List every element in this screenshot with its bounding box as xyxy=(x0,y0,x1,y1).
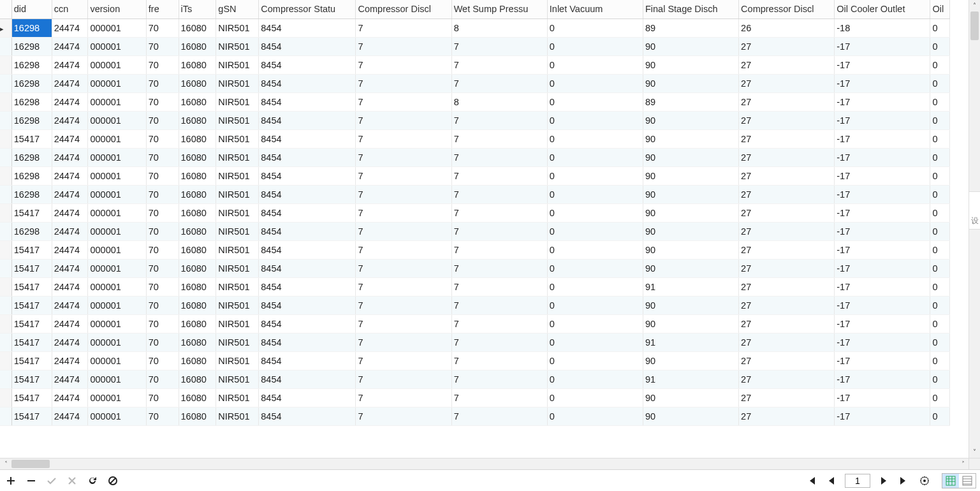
cell-cdisc1[interactable]: 7 xyxy=(356,407,451,425)
column-header-gsn[interactable]: gSN xyxy=(216,0,259,18)
row-marker[interactable] xyxy=(0,240,11,259)
cell-gsn[interactable]: NIR501 xyxy=(216,148,259,166)
cell-ccn[interactable]: 24474 xyxy=(52,37,88,55)
column-header-fre[interactable]: fre xyxy=(146,0,179,18)
cell-gsn[interactable]: NIR501 xyxy=(216,92,259,111)
cell-oilout[interactable]: -17 xyxy=(835,296,930,314)
cell-ccn[interactable]: 24474 xyxy=(52,370,88,388)
cell-gsn[interactable]: NIR501 xyxy=(216,166,259,185)
refresh-button[interactable] xyxy=(85,474,99,488)
cell-cstat[interactable]: 8454 xyxy=(259,185,356,203)
row-marker[interactable] xyxy=(0,55,11,74)
cell-oil[interactable]: 0 xyxy=(930,314,950,333)
cell-wsump[interactable]: 7 xyxy=(451,388,547,407)
cell-ccn[interactable]: 24474 xyxy=(52,92,88,111)
cell-cdisc1[interactable]: 7 xyxy=(356,333,451,351)
cell-version[interactable]: 000001 xyxy=(88,277,146,296)
cell-its[interactable]: 16080 xyxy=(179,37,216,55)
cell-ccn[interactable]: 24474 xyxy=(52,166,88,185)
form-view-button[interactable] xyxy=(959,474,976,488)
cell-cdisc2[interactable]: 27 xyxy=(739,314,835,333)
cell-its[interactable]: 16080 xyxy=(179,370,216,388)
cell-did[interactable]: 15417 xyxy=(11,129,52,148)
table-row[interactable]: 16298244740000017016080NIR50184547709027… xyxy=(0,55,950,74)
cell-fstage[interactable]: 90 xyxy=(643,111,738,129)
cell-fstage[interactable]: 91 xyxy=(643,333,738,351)
table-row[interactable]: 16298244740000017016080NIR50184547709027… xyxy=(0,74,950,92)
cell-oilout[interactable]: -17 xyxy=(835,388,930,407)
column-header-inlet[interactable]: Inlet Vacuum xyxy=(547,0,643,18)
cell-cdisc1[interactable]: 7 xyxy=(356,37,451,55)
cell-oil[interactable]: 0 xyxy=(930,333,950,351)
cell-did[interactable]: 16298 xyxy=(11,166,52,185)
cell-gsn[interactable]: NIR501 xyxy=(216,277,259,296)
cell-oil[interactable]: 0 xyxy=(930,407,950,425)
column-header-cstat[interactable]: Compressor Statu xyxy=(259,0,356,18)
column-header-oilout[interactable]: Oil Cooler Outlet xyxy=(835,0,930,18)
cell-wsump[interactable]: 7 xyxy=(451,370,547,388)
cell-ccn[interactable]: 24474 xyxy=(52,259,88,277)
prev-page-button[interactable] xyxy=(824,474,838,488)
cell-ccn[interactable]: 24474 xyxy=(52,129,88,148)
cell-fstage[interactable]: 90 xyxy=(643,55,738,74)
cell-its[interactable]: 16080 xyxy=(179,55,216,74)
table-row[interactable]: 15417244740000017016080NIR50184547709027… xyxy=(0,129,950,148)
cell-its[interactable]: 16080 xyxy=(179,407,216,425)
cell-inlet[interactable]: 0 xyxy=(547,185,643,203)
table-row[interactable]: 16298244740000017016080NIR50184547709027… xyxy=(0,111,950,129)
cell-fstage[interactable]: 90 xyxy=(643,129,738,148)
cell-its[interactable]: 16080 xyxy=(179,74,216,92)
cell-fre[interactable]: 70 xyxy=(146,370,179,388)
cell-its[interactable]: 16080 xyxy=(179,240,216,259)
table-row[interactable]: ▸16298244740000017016080NIR5018454780892… xyxy=(0,18,950,37)
cell-fstage[interactable]: 90 xyxy=(643,388,738,407)
cell-fre[interactable]: 70 xyxy=(146,259,179,277)
row-marker[interactable] xyxy=(0,407,11,425)
cell-fstage[interactable]: 90 xyxy=(643,222,738,240)
scroll-up-icon[interactable]: ˄ xyxy=(969,0,980,11)
cell-gsn[interactable]: NIR501 xyxy=(216,74,259,92)
cell-oilout[interactable]: -17 xyxy=(835,92,930,111)
cell-its[interactable]: 16080 xyxy=(179,92,216,111)
cell-did[interactable]: 15417 xyxy=(11,259,52,277)
horizontal-scrollbar[interactable]: ˂ ˃ xyxy=(0,458,980,469)
cell-ccn[interactable]: 24474 xyxy=(52,148,88,166)
cell-fstage[interactable]: 90 xyxy=(643,74,738,92)
hscroll-thumb[interactable] xyxy=(11,460,50,468)
cell-inlet[interactable]: 0 xyxy=(547,259,643,277)
cell-fre[interactable]: 70 xyxy=(146,407,179,425)
cell-version[interactable]: 000001 xyxy=(88,166,146,185)
cell-oilout[interactable]: -17 xyxy=(835,111,930,129)
cell-ccn[interactable]: 24474 xyxy=(52,314,88,333)
cell-cstat[interactable]: 8454 xyxy=(259,111,356,129)
cell-oil[interactable]: 0 xyxy=(930,370,950,388)
cell-cdisc1[interactable]: 7 xyxy=(356,92,451,111)
cell-cdisc1[interactable]: 7 xyxy=(356,314,451,333)
cell-cdisc1[interactable]: 7 xyxy=(356,351,451,370)
cell-wsump[interactable]: 8 xyxy=(451,18,547,37)
cell-version[interactable]: 000001 xyxy=(88,222,146,240)
cell-gsn[interactable]: NIR501 xyxy=(216,37,259,55)
cell-its[interactable]: 16080 xyxy=(179,203,216,222)
cell-oil[interactable]: 0 xyxy=(930,222,950,240)
cell-oil[interactable]: 0 xyxy=(930,296,950,314)
row-marker[interactable] xyxy=(0,185,11,203)
cell-wsump[interactable]: 7 xyxy=(451,240,547,259)
cell-cstat[interactable]: 8454 xyxy=(259,148,356,166)
side-ribbon-tab[interactable]: 设 xyxy=(969,191,980,230)
column-header-cdisc1[interactable]: Compressor Discl xyxy=(356,0,451,18)
cell-ccn[interactable]: 24474 xyxy=(52,351,88,370)
cell-wsump[interactable]: 7 xyxy=(451,74,547,92)
cell-oil[interactable]: 0 xyxy=(930,129,950,148)
add-row-button[interactable] xyxy=(4,474,18,488)
cell-cdisc2[interactable]: 27 xyxy=(739,148,835,166)
cell-its[interactable]: 16080 xyxy=(179,277,216,296)
cell-cdisc1[interactable]: 7 xyxy=(356,222,451,240)
cell-oilout[interactable]: -18 xyxy=(835,18,930,37)
cell-gsn[interactable]: NIR501 xyxy=(216,18,259,37)
cell-inlet[interactable]: 0 xyxy=(547,407,643,425)
cell-cdisc2[interactable]: 27 xyxy=(739,129,835,148)
cell-wsump[interactable]: 7 xyxy=(451,55,547,74)
cell-fstage[interactable]: 91 xyxy=(643,277,738,296)
table-row[interactable]: 15417244740000017016080NIR50184547709027… xyxy=(0,407,950,425)
